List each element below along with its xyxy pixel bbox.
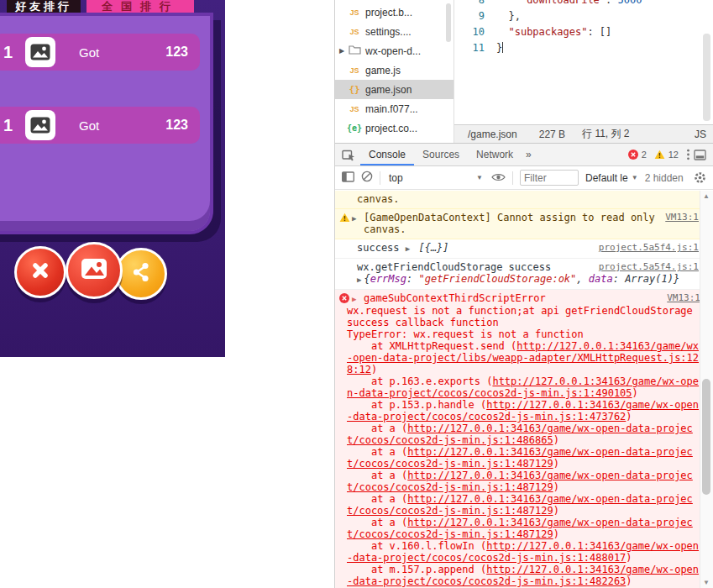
file-tree-item[interactable]: JSproject.b...	[335, 3, 453, 22]
scroll-down-icon[interactable]: ▼	[703, 579, 710, 586]
console-sidebar-icon[interactable]	[342, 171, 354, 186]
disclosure-caret-icon[interactable]: ▶	[339, 47, 344, 55]
file-tree-scrollbar[interactable]	[446, 3, 451, 42]
line-number: 10	[454, 24, 496, 40]
avatar-placeholder-icon	[25, 110, 55, 140]
stack-frame-link[interactable]: http://127.0.0.1:34163/game/wx-open-data…	[347, 517, 693, 540]
file-tree: JSproject.b...JSsettings....▶wx-open-d..…	[335, 0, 454, 143]
file-tree-item[interactable]: {}game.json	[335, 80, 453, 99]
clear-console-icon[interactable]	[361, 171, 373, 186]
expand-caret-icon[interactable]: ▶	[352, 213, 356, 224]
hidden-messages-count[interactable]: 2 hidden	[645, 172, 684, 184]
file-name: game.js	[365, 65, 401, 76]
scroll-up-icon[interactable]: ▲	[703, 192, 710, 200]
tab-friends-ranking[interactable]: 好友排行	[7, 0, 81, 13]
json-file-icon: {}	[346, 84, 363, 95]
screen: 好友排行 全国排行 1Got1231Got123 JSproject.b...J…	[0, 0, 713, 588]
toolbar-separator	[512, 171, 513, 185]
leaderboard-row: 1Got123	[0, 107, 200, 144]
close-button[interactable]	[14, 246, 66, 298]
error-count-icon[interactable]	[628, 150, 638, 160]
error-stack: wx.request is not a function;at api getF…	[347, 305, 700, 587]
file-name: main.f077...	[365, 103, 418, 115]
js-file-icon: JS	[346, 28, 363, 36]
source-link[interactable]: VM13:1	[665, 212, 699, 223]
editor-status-bar: /game.json 227 B 行 11, 列 2 JS	[454, 124, 713, 143]
dock-side-icon[interactable]	[694, 150, 706, 160]
console-filter-input[interactable]	[520, 170, 579, 186]
file-tree-item[interactable]: {e}project.co...	[335, 118, 453, 138]
error-icon	[339, 293, 349, 303]
avatar-placeholder-icon	[25, 37, 55, 67]
warning-count-icon[interactable]	[654, 150, 665, 160]
editor-line: 10 "subpackages": []	[454, 24, 713, 40]
console-log: project.5a5f4.js:1wx.getFriendCloudStora…	[335, 259, 700, 290]
leaderboard-panel: 1Got1231Got123	[0, 13, 213, 234]
code-editor[interactable]: 8 "downloadFile": 50009 },10 "subpackage…	[454, 0, 713, 124]
stack-frame-link[interactable]: http://127.0.0.1:34163/game/wx-open-data…	[347, 470, 693, 493]
expand-caret-icon[interactable]: ▶	[357, 276, 361, 284]
source-link[interactable]: VM13:1	[667, 292, 700, 304]
file-tree-item[interactable]: JSmain.f077...	[335, 99, 453, 118]
devtools-badges: 2 12	[628, 149, 713, 160]
editor-scrollbar[interactable]	[703, 34, 710, 121]
more-tabs-chevron[interactable]: »	[522, 149, 536, 160]
log-levels-value: Default le	[585, 172, 628, 184]
status-cursor-position: 行 11, 列 2	[582, 127, 629, 141]
stack-frame-link[interactable]: http://127.0.0.1:34163/game/wx-open-data…	[347, 423, 693, 446]
console-error: ▶VM13:1gameSubContextThirdScriptErrorwx.…	[335, 290, 700, 588]
console-toolbar: top ▼ Default le ▼ 2 hidden	[335, 166, 713, 190]
expand-caret-icon[interactable]: ▶	[352, 293, 356, 305]
line-number: 8	[454, 0, 496, 8]
rank: 1	[3, 116, 22, 135]
sources-pane: JSproject.b...JSsettings....▶wx-open-d..…	[335, 0, 713, 143]
file-name: settings....	[365, 26, 412, 38]
line-number: 9	[454, 8, 496, 24]
config-file-icon: {e}	[346, 123, 363, 133]
devtools-tab-sources[interactable]: Sources	[414, 144, 468, 165]
console-warning: ▶VM13:1[GameOpenDataContext] Cannot assi…	[335, 209, 700, 239]
devtools-tabs: ConsoleSourcesNetwork	[360, 144, 522, 165]
stack-frame-link[interactable]: http://127.0.0.1:34163/game/wx-open-data…	[347, 375, 699, 399]
error-title: gameSubContextThirdScriptError	[364, 292, 546, 304]
source-link[interactable]: project.5a5f4.js:1	[599, 261, 699, 273]
file-name: wx-open-d...	[365, 45, 421, 57]
stack-frame-link[interactable]: http://127.0.0.1:34163/game/wx-open-data…	[347, 493, 693, 517]
player-score: 123	[165, 118, 188, 133]
file-tree-item[interactable]: JSgame.js	[335, 60, 453, 80]
scrollbar-thumb[interactable]	[702, 379, 710, 495]
tab-national-ranking[interactable]: 全国排行	[87, 0, 194, 13]
inspect-icon[interactable]	[342, 149, 355, 161]
devtools-tab-console[interactable]: Console	[360, 144, 414, 165]
log-levels-dropdown[interactable]: Default le ▼	[585, 172, 638, 184]
menu-dots-icon[interactable]	[686, 149, 690, 160]
devtools-tabbar: ConsoleSourcesNetwork » 2 12	[335, 144, 713, 166]
share-button[interactable]	[115, 248, 167, 300]
stack-frame-link[interactable]: http://127.0.0.1:34163/game/wx-open-data…	[347, 446, 693, 470]
file-tree-item[interactable]: JSsettings....	[335, 22, 453, 41]
console-scrollbar[interactable]: ▲ ▼	[700, 191, 713, 588]
toolbar-separator	[380, 171, 380, 185]
file-tree-item[interactable]: ▶wx-open-d...	[335, 41, 453, 60]
stack-frame-link[interactable]: http://127.0.0.1:34163/game/wx-open-data…	[347, 564, 699, 587]
context-selector[interactable]: top ▼	[387, 172, 485, 184]
source-link[interactable]: project.5a5f4.js:1	[599, 242, 699, 254]
settings-gear-icon[interactable]	[694, 171, 706, 184]
photo-icon	[81, 258, 107, 283]
player-score: 123	[165, 45, 188, 60]
devtools-tab-network[interactable]: Network	[468, 144, 522, 165]
stack-frame-link[interactable]: http://127.0.0.1:34163/game/wx-open-data…	[347, 399, 699, 423]
stack-frame-link[interactable]: http://127.0.0.1:34163/game/wx-open-data…	[347, 340, 699, 375]
status-language-mode[interactable]: JS	[695, 129, 706, 140]
stack-frame-link[interactable]: http://127.0.0.1:34163/game/wx-open-data…	[347, 540, 699, 564]
js-file-icon: JS	[346, 105, 363, 113]
leaderboard-row: 1Got123	[0, 34, 200, 71]
file-name: project.co...	[365, 123, 417, 134]
player-name: Got	[79, 45, 99, 60]
line-number: 11	[454, 40, 496, 56]
eye-icon[interactable]	[491, 171, 506, 186]
screenshot-button[interactable]	[66, 242, 123, 299]
editor-lines: 8 "downloadFile": 50009 },10 "subpackage…	[454, 0, 713, 56]
expand-caret-icon[interactable]: ▶	[406, 244, 410, 253]
devtools-window: JSproject.b...JSsettings....▶wx-open-d..…	[334, 0, 713, 588]
